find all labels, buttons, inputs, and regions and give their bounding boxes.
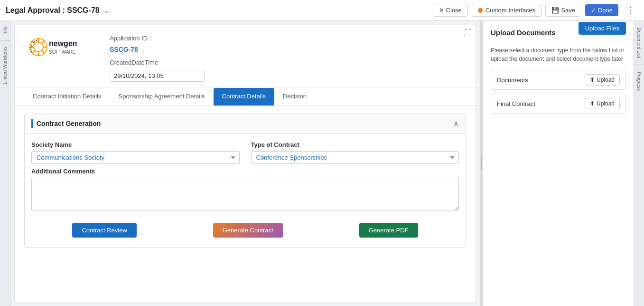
generate-pdf-button[interactable]: Generate PDF	[359, 223, 418, 238]
svg-text:newgen: newgen	[49, 39, 77, 48]
right-panel: Upload Documents Upload Files Please sel…	[483, 21, 644, 306]
topbar-right: ✕ Close Custom Interfaces 💾 Save ✓ Done …	[433, 3, 638, 18]
page-title: Legal Approval : SSCG-78	[6, 6, 100, 15]
comments-group: Additional Comments	[25, 168, 466, 216]
app-id-value[interactable]: SSCG-78	[110, 46, 205, 53]
tabs-row: Contract Initiation Details Sponsorship …	[15, 88, 476, 106]
tab-decision[interactable]: Decision	[274, 88, 315, 105]
svg-line-9	[32, 50, 35, 53]
tab-contract-initiation[interactable]: Contract Initiation Details	[24, 88, 110, 105]
upload-icon-final-contract: ⬆	[590, 100, 595, 107]
ci-dot-icon	[478, 8, 483, 13]
collapse-button[interactable]: ∧	[453, 119, 459, 128]
main-content: ⛶	[10, 21, 480, 306]
logo-area: newgen SOFTWARE	[24, 33, 91, 61]
svg-text:SOFTWARE: SOFTWARE	[49, 49, 76, 55]
section-accent	[31, 119, 33, 128]
form-panel: ⛶	[14, 25, 476, 302]
sidebar-tab-progress[interactable]: Progress	[635, 69, 643, 94]
right-content: Upload Documents Upload Files Please sel…	[483, 21, 634, 306]
check-icon: ✓	[591, 7, 596, 14]
upload-icon-documents: ⬆	[590, 76, 595, 83]
date-input-row	[110, 70, 205, 82]
section-header: Contract Generation ∧	[25, 114, 466, 134]
sidebar-item-info[interactable]: Info	[1, 25, 9, 37]
app-info: Application ID : SSCG-78 CreatedDateTime	[110, 35, 205, 82]
upload-final-contract-button[interactable]: ⬆ Upload	[585, 98, 620, 109]
topbar: Legal Approval : SSCG-78 ⌄ ✕ Close Custo…	[0, 0, 644, 21]
close-button[interactable]: ✕ Close	[433, 4, 468, 17]
close-icon: ✕	[439, 7, 444, 14]
document-row-documents: Documents ⬆ Upload	[491, 70, 626, 90]
contract-type-label: Type of Contract	[251, 141, 459, 148]
additional-comments-textarea[interactable]	[31, 178, 459, 211]
save-button[interactable]: 💾 Save	[545, 4, 581, 17]
contract-type-select[interactable]: Conference Sponsorships Annual Sponsorsh…	[251, 151, 459, 164]
actions-row: Contract Review Generate Contract Genera…	[25, 216, 466, 247]
done-button[interactable]: ✓ Done	[585, 4, 618, 16]
document-name-documents: Documents	[497, 76, 528, 84]
created-datetime-input[interactable]	[110, 70, 205, 82]
additional-comments-label: Additional Comments	[31, 168, 459, 175]
contract-review-button[interactable]: Contract Review	[72, 223, 136, 238]
left-sidebar: Info Linked Workitems	[0, 21, 10, 306]
section-title-bar: Contract Generation	[31, 119, 101, 128]
upload-files-button[interactable]: Upload Files	[579, 22, 626, 35]
upload-documents-title: Upload Documents	[491, 29, 556, 37]
generate-contract-button[interactable]: Generate Contract	[213, 223, 283, 238]
svg-line-8	[42, 41, 45, 44]
custom-interfaces-button[interactable]: Custom Interfaces	[472, 4, 542, 17]
society-name-select[interactable]: Communications Society Engineering Socie…	[31, 151, 240, 164]
society-name-field-group: Society Name Communications Society Engi…	[31, 141, 240, 164]
save-icon: 💾	[551, 7, 559, 14]
form-header: ⛶	[15, 25, 476, 88]
sidebar-tab-document-list[interactable]: Document List	[635, 25, 643, 61]
main-layout: Info Linked Workitems ⛶	[0, 21, 644, 306]
sidebar-divider	[0, 40, 10, 41]
sidebar-item-linked-workitems[interactable]: Linked Workitems	[1, 45, 9, 86]
section-title: Contract Generation	[37, 120, 101, 127]
topbar-left: Legal Approval : SSCG-78 ⌄	[6, 6, 109, 15]
tab-sponsorship-agreement[interactable]: Sponsorship Agreement Details	[110, 88, 214, 105]
document-name-final-contract: Final Contract	[497, 100, 535, 107]
chevron-down-icon[interactable]: ⌄	[103, 7, 109, 14]
tab-contract-details[interactable]: Contract Details	[214, 88, 274, 105]
splitter-handle	[481, 156, 482, 171]
newgen-logo: newgen SOFTWARE	[24, 33, 91, 61]
svg-line-7	[42, 50, 45, 53]
section-body: Contract Generation ∧ Society Name Commu…	[15, 106, 476, 255]
more-options-icon[interactable]: ⋮	[622, 3, 638, 18]
upload-documents-button[interactable]: ⬆ Upload	[585, 74, 620, 86]
right-sidebar-tabs: Document List Progress	[634, 21, 644, 306]
document-row-final-contract: Final Contract ⬆ Upload	[491, 94, 626, 114]
expand-button[interactable]: ⛶	[464, 29, 472, 38]
created-datetime-label: CreatedDateTime	[110, 59, 205, 66]
sidebar-tab-divider	[634, 65, 644, 65]
fields-row: Society Name Communications Society Engi…	[25, 134, 466, 168]
section-box: Contract Generation ∧ Society Name Commu…	[24, 114, 466, 248]
app-id-label: Application ID :	[110, 35, 205, 42]
contract-type-field-group: Type of Contract Conference Sponsorships…	[251, 141, 459, 164]
upload-description: Please select a document type from the b…	[491, 46, 626, 63]
society-name-label: Society Name	[31, 141, 240, 148]
